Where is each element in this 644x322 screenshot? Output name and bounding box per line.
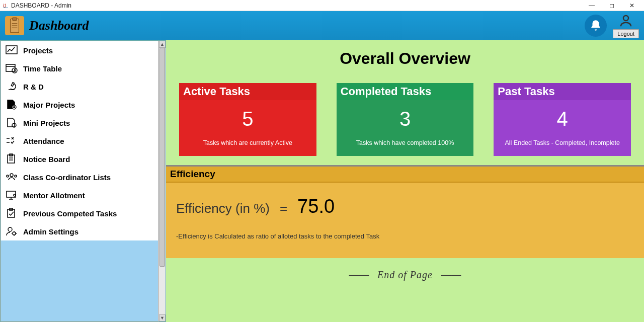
svg-point-26 — [14, 194, 16, 196]
app-logo-icon — [5, 16, 24, 35]
presentation-icon — [5, 190, 18, 201]
efficiency-panel: Efficiency (in %) = 75.0 -Efficiency is … — [166, 183, 644, 258]
card-value: 5 — [242, 108, 253, 130]
page-title: Dashboard — [29, 18, 89, 33]
overview-heading: Overall Overview — [166, 40, 644, 83]
window-maximize-button[interactable]: ◻ — [602, 0, 622, 11]
sidebar-item-label: Time Table — [23, 64, 62, 73]
svg-point-29 — [8, 227, 12, 231]
efficiency-heading: Efficiency — [166, 167, 644, 183]
card-active-tasks: Active Tasks 5 Tasks which are currently… — [179, 83, 316, 156]
sidebar-item-rnd[interactable]: R & D — [1, 77, 158, 96]
efficiency-equals: = — [280, 201, 287, 216]
java-app-icon — [2, 2, 9, 9]
sidebar-item-label: Major Projects — [23, 101, 75, 109]
svg-rect-10 — [11, 83, 14, 87]
check-x-list-icon — [5, 135, 18, 146]
sidebar-item-projects[interactable]: Projects — [1, 41, 158, 59]
sidebar-item-mentor-allotment[interactable]: Mentor Allotment — [1, 186, 158, 204]
sidebar-item-previous-tasks[interactable]: Previous Competed Tasks — [1, 204, 158, 222]
efficiency-label: Efficiency (in %) — [176, 201, 270, 216]
sidebar-item-label: Mini Projects — [23, 119, 70, 127]
logout-button[interactable]: Logout — [613, 29, 639, 38]
card-past-tasks: Past Tasks 4 All Ended Tasks - Completed… — [494, 83, 631, 156]
sidebar-item-timetable[interactable]: Time Table — [1, 59, 158, 77]
clipboard-icon — [5, 153, 18, 165]
efficiency-value: 75.0 — [297, 196, 335, 217]
card-title: Past Tasks — [494, 83, 631, 100]
document-gear-outline-icon — [5, 117, 18, 128]
chart-line-icon — [5, 45, 18, 56]
sidebar-scrollbar[interactable]: ▲ ▼ — [158, 41, 166, 321]
window-title: DASHBOARD - Admin — [11, 2, 71, 9]
svg-point-30 — [13, 232, 16, 235]
sidebar-item-label: Projects — [23, 46, 53, 55]
card-description: Tasks which have completed 100% — [356, 139, 454, 146]
bell-icon — [589, 19, 602, 32]
window-titlebar: DASHBOARD - Admin ― ◻ ✕ — [0, 0, 644, 11]
svg-point-5 — [623, 16, 628, 21]
card-completed-tasks: Completed Tasks 3 Tasks which have compl… — [337, 83, 474, 156]
sidebar-item-label: Notice Board — [23, 155, 70, 164]
card-value: 4 — [557, 108, 568, 130]
sidebar-item-label: Previous Competed Tasks — [23, 209, 117, 218]
users-group-icon — [5, 172, 18, 183]
card-description: Tasks which are currently Active — [203, 139, 292, 146]
user-icon — [618, 13, 633, 28]
clipboard-check-icon — [5, 208, 18, 219]
scroll-up-button[interactable]: ▲ — [159, 41, 166, 48]
card-title: Active Tasks — [179, 83, 316, 100]
window-minimize-button[interactable]: ― — [582, 0, 602, 11]
sidebar-item-admin-settings[interactable]: Admin Settings — [1, 222, 158, 240]
sidebar-item-major-projects[interactable]: Major Projects — [1, 96, 158, 114]
sidebar-item-mini-projects[interactable]: Mini Projects — [1, 114, 158, 132]
sidebar-item-label: Attendance — [23, 137, 64, 145]
notifications-button[interactable] — [585, 15, 607, 37]
document-gear-icon — [5, 99, 18, 110]
card-value: 3 — [399, 108, 411, 130]
sidebar-item-class-coordinator[interactable]: Class Co-ordinator Lists — [1, 168, 158, 186]
window-close-button[interactable]: ✕ — [622, 0, 642, 11]
scroll-thumb[interactable] — [159, 48, 165, 267]
user-gear-icon — [5, 226, 18, 237]
sidebar-item-attendance[interactable]: Attendance — [1, 132, 158, 150]
svg-point-20 — [10, 174, 13, 177]
sidebar: Projects Time Table R & D Major Projects… — [0, 40, 166, 322]
scroll-down-button[interactable]: ▼ — [159, 314, 166, 321]
svg-point-21 — [7, 175, 9, 177]
main-content: Overall Overview Active Tasks 5 Tasks wh… — [166, 40, 644, 322]
sidebar-item-label: Admin Settings — [23, 227, 78, 236]
efficiency-note: -Efficiency is Calculated as ratio of al… — [176, 232, 634, 240]
sidebar-item-label: Mentor Allotment — [23, 191, 85, 200]
svg-point-12 — [14, 107, 15, 108]
card-title: Completed Tasks — [337, 83, 474, 100]
svg-rect-6 — [6, 46, 17, 54]
end-of-page: —— End of Page —— — [166, 258, 644, 286]
microscope-icon — [5, 81, 18, 92]
sidebar-item-notice-board[interactable]: Notice Board — [1, 150, 158, 168]
card-description: All Ended Tasks - Completed, Incomplete — [505, 139, 620, 146]
sidebar-item-label: R & D — [23, 83, 44, 91]
calendar-clock-icon — [5, 63, 18, 74]
svg-point-22 — [15, 175, 17, 177]
svg-rect-1 — [13, 18, 17, 20]
sidebar-item-label: Class Co-ordinator Lists — [23, 173, 111, 182]
app-header: Dashboard Logout — [0, 11, 644, 40]
